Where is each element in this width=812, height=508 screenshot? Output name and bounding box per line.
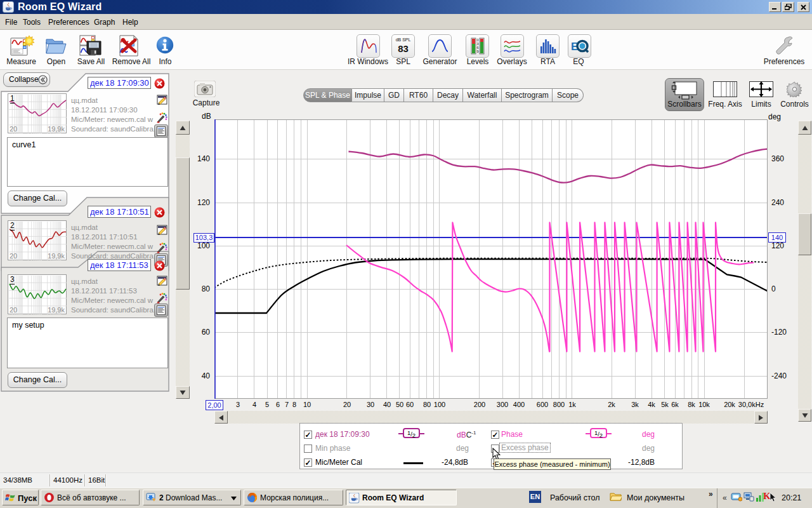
svg-text:83: 83 — [398, 43, 409, 54]
svg-text:dB SPL: dB SPL — [396, 37, 411, 42]
svg-text:9: 9 — [476, 50, 478, 53]
